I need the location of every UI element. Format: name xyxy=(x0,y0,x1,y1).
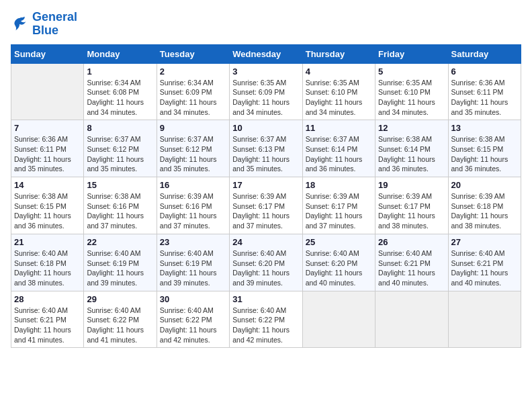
day-info: Sunrise: 6:40 AMSunset: 6:19 PMDaylight:… xyxy=(87,248,153,288)
calendar-cell: 24Sunrise: 6:40 AMSunset: 6:20 PMDayligh… xyxy=(230,234,302,291)
calendar-cell: 30Sunrise: 6:40 AMSunset: 6:22 PMDayligh… xyxy=(157,291,229,348)
day-number: 21 xyxy=(14,237,81,247)
calendar-cell: 15Sunrise: 6:38 AMSunset: 6:16 PMDayligh… xyxy=(84,177,157,234)
calendar-cell: 13Sunrise: 6:38 AMSunset: 6:15 PMDayligh… xyxy=(448,120,521,177)
day-number: 16 xyxy=(160,180,226,190)
calendar-week-5: 28Sunrise: 6:40 AMSunset: 6:21 PMDayligh… xyxy=(11,291,521,348)
calendar-week-3: 14Sunrise: 6:38 AMSunset: 6:15 PMDayligh… xyxy=(11,177,521,234)
weekday-header-saturday: Saturday xyxy=(448,44,521,63)
calendar-cell: 17Sunrise: 6:39 AMSunset: 6:17 PMDayligh… xyxy=(230,177,302,234)
day-info: Sunrise: 6:40 AMSunset: 6:22 PMDaylight:… xyxy=(87,306,153,345)
page-header: General Blue xyxy=(11,11,521,38)
calendar-cell: 11Sunrise: 6:37 AMSunset: 6:14 PMDayligh… xyxy=(302,120,375,177)
day-info: Sunrise: 6:40 AMSunset: 6:21 PMDaylight:… xyxy=(378,248,445,288)
day-number: 2 xyxy=(160,66,226,77)
calendar-week-1: 1Sunrise: 6:34 AMSunset: 6:08 PMDaylight… xyxy=(11,63,521,120)
day-info: Sunrise: 6:40 AMSunset: 6:18 PMDaylight:… xyxy=(14,248,81,288)
day-info: Sunrise: 6:39 AMSunset: 6:17 PMDaylight:… xyxy=(306,191,372,231)
calendar-cell xyxy=(375,291,448,348)
weekday-header-tuesday: Tuesday xyxy=(157,44,229,63)
day-info: Sunrise: 6:40 AMSunset: 6:22 PMDaylight:… xyxy=(232,306,299,345)
calendar-table: SundayMondayTuesdayWednesdayThursdayFrid… xyxy=(11,44,521,349)
day-number: 23 xyxy=(160,237,226,247)
calendar-cell xyxy=(302,291,375,348)
day-number: 29 xyxy=(87,294,153,304)
day-info: Sunrise: 6:36 AMSunset: 6:11 PMDaylight:… xyxy=(14,134,81,174)
day-number: 24 xyxy=(232,237,299,247)
day-info: Sunrise: 6:40 AMSunset: 6:21 PMDaylight:… xyxy=(14,306,81,345)
day-number: 31 xyxy=(232,294,299,304)
calendar-cell: 25Sunrise: 6:40 AMSunset: 6:20 PMDayligh… xyxy=(302,234,375,291)
calendar-cell: 16Sunrise: 6:39 AMSunset: 6:16 PMDayligh… xyxy=(157,177,229,234)
calendar-cell: 19Sunrise: 6:39 AMSunset: 6:17 PMDayligh… xyxy=(375,177,448,234)
logo: General Blue xyxy=(11,11,77,38)
day-info: Sunrise: 6:35 AMSunset: 6:10 PMDaylight:… xyxy=(306,78,372,118)
day-info: Sunrise: 6:37 AMSunset: 6:13 PMDaylight:… xyxy=(232,134,299,174)
day-number: 6 xyxy=(451,66,518,77)
calendar-cell: 8Sunrise: 6:37 AMSunset: 6:12 PMDaylight… xyxy=(84,120,157,177)
day-number: 1 xyxy=(87,66,153,77)
day-number: 8 xyxy=(87,123,153,133)
calendar-cell: 27Sunrise: 6:40 AMSunset: 6:21 PMDayligh… xyxy=(448,234,521,291)
day-info: Sunrise: 6:38 AMSunset: 6:15 PMDaylight:… xyxy=(451,134,518,174)
weekday-header-thursday: Thursday xyxy=(302,44,375,63)
calendar-cell: 29Sunrise: 6:40 AMSunset: 6:22 PMDayligh… xyxy=(84,291,157,348)
day-info: Sunrise: 6:37 AMSunset: 6:12 PMDaylight:… xyxy=(87,134,153,174)
day-number: 25 xyxy=(306,237,372,247)
calendar-cell: 10Sunrise: 6:37 AMSunset: 6:13 PMDayligh… xyxy=(230,120,302,177)
calendar-cell: 4Sunrise: 6:35 AMSunset: 6:10 PMDaylight… xyxy=(302,63,375,120)
day-number: 18 xyxy=(306,180,372,190)
day-number: 3 xyxy=(232,66,299,77)
day-info: Sunrise: 6:40 AMSunset: 6:21 PMDaylight:… xyxy=(451,248,518,288)
weekday-header-wednesday: Wednesday xyxy=(230,44,302,63)
day-number: 22 xyxy=(87,237,153,247)
logo-icon xyxy=(11,15,30,34)
day-number: 26 xyxy=(378,237,445,247)
calendar-cell: 31Sunrise: 6:40 AMSunset: 6:22 PMDayligh… xyxy=(230,291,302,348)
weekday-header-monday: Monday xyxy=(84,44,157,63)
day-info: Sunrise: 6:35 AMSunset: 6:10 PMDaylight:… xyxy=(378,78,445,118)
day-info: Sunrise: 6:40 AMSunset: 6:20 PMDaylight:… xyxy=(306,248,372,288)
weekday-header-row: SundayMondayTuesdayWednesdayThursdayFrid… xyxy=(11,44,521,63)
calendar-cell: 12Sunrise: 6:38 AMSunset: 6:14 PMDayligh… xyxy=(375,120,448,177)
day-info: Sunrise: 6:40 AMSunset: 6:19 PMDaylight:… xyxy=(160,248,226,288)
day-info: Sunrise: 6:34 AMSunset: 6:09 PMDaylight:… xyxy=(160,78,226,118)
day-info: Sunrise: 6:40 AMSunset: 6:20 PMDaylight:… xyxy=(232,248,299,288)
day-info: Sunrise: 6:40 AMSunset: 6:22 PMDaylight:… xyxy=(160,306,226,345)
calendar-cell: 3Sunrise: 6:35 AMSunset: 6:09 PMDaylight… xyxy=(230,63,302,120)
calendar-cell: 9Sunrise: 6:37 AMSunset: 6:12 PMDaylight… xyxy=(157,120,229,177)
calendar-cell: 18Sunrise: 6:39 AMSunset: 6:17 PMDayligh… xyxy=(302,177,375,234)
calendar-week-4: 21Sunrise: 6:40 AMSunset: 6:18 PMDayligh… xyxy=(11,234,521,291)
day-number: 28 xyxy=(14,294,81,304)
day-info: Sunrise: 6:39 AMSunset: 6:17 PMDaylight:… xyxy=(378,191,445,231)
calendar-cell: 7Sunrise: 6:36 AMSunset: 6:11 PMDaylight… xyxy=(11,120,84,177)
calendar-week-2: 7Sunrise: 6:36 AMSunset: 6:11 PMDaylight… xyxy=(11,120,521,177)
day-number: 5 xyxy=(378,66,445,77)
day-info: Sunrise: 6:38 AMSunset: 6:16 PMDaylight:… xyxy=(87,191,153,231)
day-number: 30 xyxy=(160,294,226,304)
day-number: 12 xyxy=(378,123,445,133)
day-info: Sunrise: 6:39 AMSunset: 6:16 PMDaylight:… xyxy=(160,191,226,231)
calendar-cell: 5Sunrise: 6:35 AMSunset: 6:10 PMDaylight… xyxy=(375,63,448,120)
calendar-cell: 28Sunrise: 6:40 AMSunset: 6:21 PMDayligh… xyxy=(11,291,84,348)
day-info: Sunrise: 6:34 AMSunset: 6:08 PMDaylight:… xyxy=(87,78,153,118)
calendar-cell xyxy=(448,291,521,348)
day-info: Sunrise: 6:38 AMSunset: 6:15 PMDaylight:… xyxy=(14,191,81,231)
calendar-header: SundayMondayTuesdayWednesdayThursdayFrid… xyxy=(11,44,521,63)
day-number: 9 xyxy=(160,123,226,133)
day-number: 10 xyxy=(232,123,299,133)
calendar-body: 1Sunrise: 6:34 AMSunset: 6:08 PMDaylight… xyxy=(11,63,521,348)
day-info: Sunrise: 6:37 AMSunset: 6:12 PMDaylight:… xyxy=(160,134,226,174)
calendar-cell: 26Sunrise: 6:40 AMSunset: 6:21 PMDayligh… xyxy=(375,234,448,291)
day-number: 20 xyxy=(451,180,518,190)
weekday-header-sunday: Sunday xyxy=(11,44,84,63)
day-info: Sunrise: 6:37 AMSunset: 6:14 PMDaylight:… xyxy=(306,134,372,174)
calendar-cell: 14Sunrise: 6:38 AMSunset: 6:15 PMDayligh… xyxy=(11,177,84,234)
day-number: 15 xyxy=(87,180,153,190)
calendar-cell: 2Sunrise: 6:34 AMSunset: 6:09 PMDaylight… xyxy=(157,63,229,120)
day-info: Sunrise: 6:39 AMSunset: 6:17 PMDaylight:… xyxy=(232,191,299,231)
day-number: 7 xyxy=(14,123,81,133)
day-info: Sunrise: 6:38 AMSunset: 6:14 PMDaylight:… xyxy=(378,134,445,174)
calendar-cell: 6Sunrise: 6:36 AMSunset: 6:11 PMDaylight… xyxy=(448,63,521,120)
day-number: 4 xyxy=(306,66,372,77)
